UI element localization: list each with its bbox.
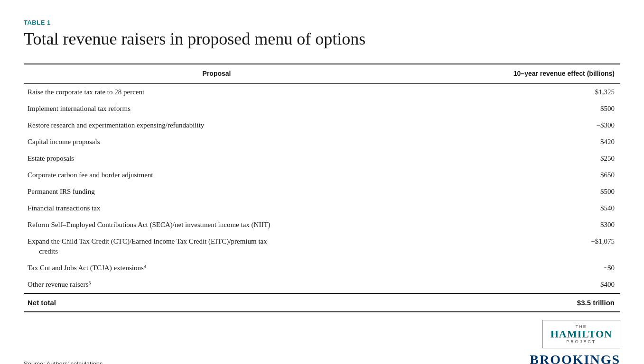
table-row: Corporate carbon fee and border adjustme… [24,167,620,183]
revenue-cell: $540 [411,200,620,217]
table-footer-row: Net total $3.5 trillion [24,293,620,312]
column-header-proposal: Proposal [24,64,411,83]
revenue-cell: ~$0 [411,260,620,276]
footer-revenue-cell: $3.5 trillion [411,293,620,312]
proposal-cell: Raise the corporate tax rate to 28 perce… [24,83,411,100]
revenue-cell: $400 [411,276,620,293]
revenue-cell: −$300 [411,117,620,134]
revenue-cell: $300 [411,217,620,233]
revenue-table: Proposal 10–year revenue effect (billion… [24,64,620,312]
table-row: Estate proposals $250 [24,150,620,167]
table-row: Tax Cut and Jobs Act (TCJA) extensions⁴ … [24,260,620,276]
revenue-cell: −$1,075 [411,233,620,260]
proposal-cell: Capital income proposals [24,134,411,150]
proposal-cell: Financial transactions tax [24,200,411,217]
logos-area: THE HAMILTON PROJECT BROOKINGS [530,320,620,364]
footer-proposal-cell: Net total [24,293,411,312]
table-row: Reform Self–Employed Contributions Act (… [24,217,620,233]
revenue-cell: $500 [411,183,620,200]
proposal-cell: Estate proposals [24,150,411,167]
hamilton-name: HAMILTON [551,329,612,339]
table-label: TABLE 1 [24,19,620,26]
table-title: Total revenue raisers in proposed menu o… [24,29,620,49]
table-row: Financial transactions tax $540 [24,200,620,217]
table-row: Other revenue raisers⁵ $400 [24,276,620,293]
column-header-revenue: 10–year revenue effect (billions) [411,64,620,83]
proposal-cell: Reform Self–Employed Contributions Act (… [24,217,411,233]
table-row: Permanent IRS funding $500 [24,183,620,200]
proposal-cell: Permanent IRS funding [24,183,411,200]
table-row: Expand the Child Tax Credit (CTC)/Earned… [24,233,620,260]
revenue-cell: $1,325 [411,83,620,100]
table-row: Implement international tax reforms $500 [24,100,620,117]
table-row: Capital income proposals $420 [24,134,620,150]
revenue-cell: $250 [411,150,620,167]
brookings-logo: BROOKINGS [530,352,620,364]
source-text: Source: Authors' calculations. [24,360,104,364]
proposal-cell: Expand the Child Tax Credit (CTC)/Earned… [24,233,411,260]
revenue-cell: $420 [411,134,620,150]
proposal-cell: Corporate carbon fee and border adjustme… [24,167,411,183]
revenue-cell: $650 [411,167,620,183]
hamilton-project-logo: THE HAMILTON PROJECT [542,320,620,348]
proposal-cell: Tax Cut and Jobs Act (TCJA) extensions⁴ [24,260,411,276]
proposal-cell: Implement international tax reforms [24,100,411,117]
revenue-cell: $500 [411,100,620,117]
footer-area: Source: Authors' calculations. THE HAMIL… [24,320,620,364]
table-row: Raise the corporate tax rate to 28 perce… [24,83,620,100]
proposal-cell: Restore research and experimentation exp… [24,117,411,134]
hamilton-project: PROJECT [551,339,612,344]
table-row: Restore research and experimentation exp… [24,117,620,134]
proposal-cell: Other revenue raisers⁵ [24,276,411,293]
